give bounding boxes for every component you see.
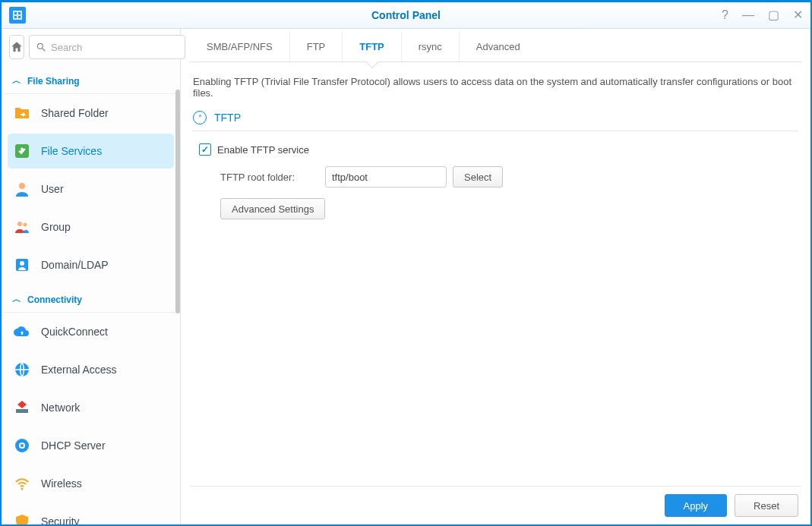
- group-icon: [12, 217, 32, 237]
- shield-icon: [12, 512, 32, 526]
- tab-advanced[interactable]: Advanced: [460, 32, 537, 61]
- sidebar-item-dhcp-server[interactable]: DHCP Server: [2, 427, 180, 465]
- chevron-up-icon: ︿: [12, 74, 21, 87]
- description-text: Enabling TFTP (Trivial File Transfer Pro…: [193, 76, 798, 99]
- sidebar-item-wireless[interactable]: Wireless: [2, 465, 180, 502]
- close-icon[interactable]: ✕: [793, 9, 803, 21]
- sidebar-item-label: Group: [41, 221, 71, 233]
- sidebar-item-label: Network: [41, 402, 80, 414]
- enable-tftp-row[interactable]: ✓ Enable TFTP service: [199, 143, 798, 156]
- enable-tftp-label: Enable TFTP service: [217, 144, 309, 156]
- minimize-icon[interactable]: —: [742, 9, 754, 21]
- tftp-section-header[interactable]: ˄ TFTP: [193, 111, 798, 131]
- sidebar-item-domain-ldap[interactable]: Domain/LDAP: [2, 246, 180, 284]
- dhcp-icon: [12, 436, 32, 455]
- search-box[interactable]: [29, 35, 185, 59]
- folder-share-icon: [12, 103, 32, 123]
- sidebar-item-label: Security: [41, 515, 80, 526]
- section-title: TFTP: [214, 112, 241, 124]
- tftp-form: ✓ Enable TFTP service TFTP root folder: …: [193, 131, 798, 219]
- svg-point-9: [17, 222, 22, 226]
- cloud-icon: [12, 322, 32, 342]
- svg-point-5: [37, 43, 43, 49]
- sidebar-item-label: File Services: [41, 145, 102, 157]
- tab-ftp[interactable]: FTP: [290, 32, 343, 61]
- svg-rect-2: [18, 12, 21, 14]
- chevron-up-icon: ︿: [12, 293, 21, 306]
- help-icon[interactable]: ?: [722, 9, 728, 21]
- sidebar-item-label: Domain/LDAP: [41, 259, 109, 271]
- sidebar-item-network[interactable]: Network: [2, 389, 180, 427]
- root-folder-input[interactable]: [325, 166, 447, 187]
- svg-point-17: [21, 444, 24, 447]
- svg-rect-0: [13, 11, 22, 20]
- sidebar-item-label: User: [41, 183, 64, 195]
- svg-point-8: [19, 183, 25, 189]
- root-folder-label: TFTP root folder:: [220, 172, 319, 183]
- svg-rect-4: [18, 16, 21, 18]
- svg-point-18: [21, 488, 24, 490]
- maximize-icon[interactable]: ▢: [768, 9, 779, 21]
- sidebar-item-label: Wireless: [41, 477, 82, 490]
- scrollbar-thumb[interactable]: [175, 90, 180, 313]
- wifi-icon: [12, 474, 32, 493]
- root-folder-row: TFTP root folder: Select: [199, 166, 798, 187]
- sidebar-item-group[interactable]: Group: [2, 208, 180, 246]
- sidebar-item-file-services[interactable]: File Services: [8, 134, 174, 169]
- network-icon: [12, 398, 32, 417]
- search-input[interactable]: [51, 42, 179, 53]
- reset-button[interactable]: Reset: [735, 494, 798, 517]
- section-label: File Sharing: [27, 76, 80, 87]
- svg-rect-1: [14, 12, 17, 14]
- sidebar-item-user[interactable]: User: [2, 170, 180, 208]
- section-file-sharing[interactable]: ︿ File Sharing: [2, 68, 180, 94]
- home-icon: [10, 40, 24, 54]
- sidebar-item-label: QuickConnect: [41, 326, 108, 338]
- content-area: Enabling TFTP (Trivial File Transfer Pro…: [190, 62, 801, 486]
- sidebar-item-security[interactable]: Security: [2, 502, 180, 526]
- window-buttons: ? — ▢ ✕: [722, 9, 803, 21]
- section-connectivity[interactable]: ︿ Connectivity: [2, 287, 180, 313]
- chevron-up-icon: ˄: [193, 111, 207, 124]
- apply-button[interactable]: Apply: [665, 494, 728, 517]
- advanced-settings-button[interactable]: Advanced Settings: [220, 198, 325, 219]
- checkbox-checked-icon[interactable]: ✓: [199, 143, 211, 156]
- sidebar-item-label: DHCP Server: [41, 439, 106, 452]
- titlebar: Control Panel ? — ▢ ✕: [2, 0, 810, 29]
- app-icon: [9, 7, 26, 24]
- svg-rect-14: [16, 409, 28, 413]
- globe-icon: [12, 360, 32, 380]
- svg-point-10: [24, 223, 27, 227]
- file-services-icon: [12, 141, 32, 161]
- tab-tftp[interactable]: TFTP: [343, 32, 402, 61]
- section-label: Connectivity: [27, 294, 82, 305]
- svg-line-6: [43, 49, 46, 52]
- domain-icon: [12, 255, 32, 275]
- footer: Apply Reset: [190, 486, 801, 524]
- main-pane: SMB/AFP/NFS FTP TFTP rsync Advanced Enab…: [181, 29, 810, 524]
- search-icon: [36, 42, 46, 52]
- window-title: Control Panel: [2, 9, 810, 21]
- sidebar: ︿ File Sharing Shared Folder File Servic…: [2, 29, 181, 524]
- sidebar-item-external-access[interactable]: External Access: [2, 351, 180, 389]
- tab-smb-afp-nfs[interactable]: SMB/AFP/NFS: [190, 32, 290, 61]
- home-button[interactable]: [9, 35, 24, 59]
- tab-bar: SMB/AFP/NFS FTP TFTP rsync Advanced: [190, 32, 801, 62]
- select-button[interactable]: Select: [453, 166, 503, 187]
- svg-rect-3: [14, 16, 17, 18]
- user-icon: [12, 179, 32, 199]
- sidebar-item-label: Shared Folder: [41, 107, 109, 119]
- tab-rsync[interactable]: rsync: [402, 32, 460, 61]
- sidebar-item-label: External Access: [41, 364, 117, 376]
- svg-point-12: [20, 261, 24, 266]
- sidebar-item-shared-folder[interactable]: Shared Folder: [2, 94, 180, 132]
- sidebar-item-quickconnect[interactable]: QuickConnect: [2, 313, 180, 351]
